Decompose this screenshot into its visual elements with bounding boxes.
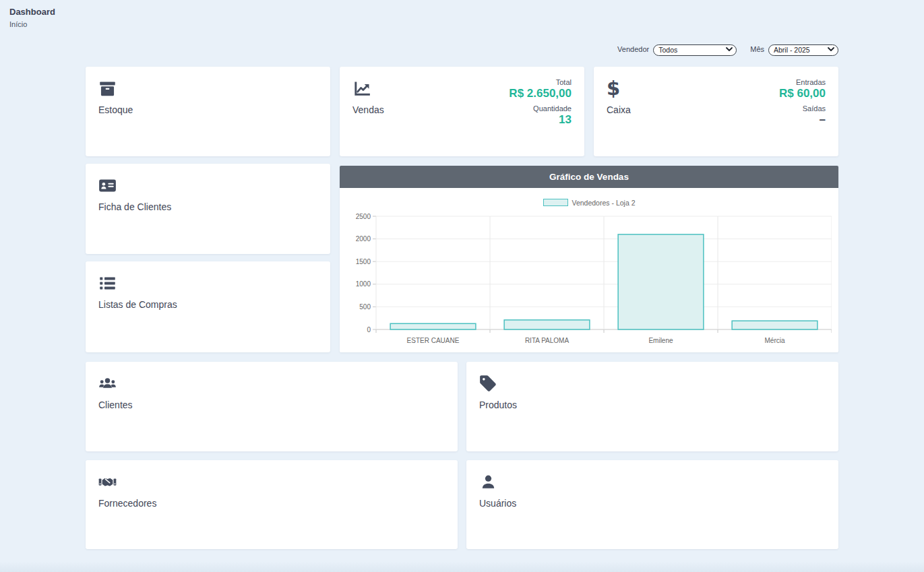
y-axis-label: 2500 bbox=[355, 212, 371, 220]
card-label: Estoque bbox=[98, 104, 317, 115]
saidas-label: Saídas bbox=[779, 104, 826, 113]
box-archive-icon bbox=[98, 80, 317, 98]
quantidade-value: 13 bbox=[509, 113, 572, 127]
x-axis-label: Emilene bbox=[648, 337, 673, 344]
caixa-stats: Entradas R$ 60,00 Saídas – bbox=[779, 77, 826, 130]
mes-label: Mês bbox=[750, 45, 764, 53]
y-axis-label: 1000 bbox=[355, 280, 371, 288]
vendas-stats: Total R$ 2.650,00 Quantidade 13 bbox=[509, 77, 572, 130]
user-icon bbox=[479, 473, 826, 492]
card-label: Ficha de Clientes bbox=[98, 201, 317, 212]
chart-legend[interactable]: Vendedores - Loja 2 bbox=[346, 198, 832, 208]
entradas-value: R$ 60,00 bbox=[779, 87, 826, 100]
chart-body: Vendedores - Loja 2 05001000150020002500… bbox=[340, 188, 838, 352]
y-axis-label: 1500 bbox=[355, 257, 371, 265]
card-caixa[interactable]: $ Caixa Entradas R$ 60,00 Saídas – bbox=[594, 67, 838, 156]
card-usuarios[interactable]: Usuários bbox=[466, 460, 838, 549]
list-icon bbox=[98, 274, 317, 293]
handshake-icon bbox=[98, 473, 445, 492]
main-content: Vendedor Todos Mês Abril - 2025 Estoque bbox=[86, 43, 838, 549]
x-axis-label: ESTER CAUANE bbox=[406, 337, 459, 344]
y-axis-label: 0 bbox=[367, 325, 371, 333]
mes-select[interactable]: Abril - 2025 bbox=[768, 44, 838, 56]
y-axis-label: 500 bbox=[359, 303, 371, 310]
total-label: Total bbox=[509, 77, 572, 87]
chart-bar[interactable] bbox=[732, 321, 818, 329]
bar-chart: 05001000150020002500ESTER CAUANERITA PAL… bbox=[347, 211, 832, 352]
card-ficha-de-clientes[interactable]: Ficha de Clientes bbox=[86, 164, 330, 254]
card-label: Produtos bbox=[479, 400, 826, 410]
entradas-label: Entradas bbox=[779, 77, 826, 87]
chart-bar[interactable] bbox=[618, 234, 704, 329]
top-grid: Estoque Vendas Total R$ 2.650,00 Quantid… bbox=[86, 67, 838, 352]
chart-bar[interactable] bbox=[504, 319, 590, 329]
y-axis-label: 2000 bbox=[355, 235, 371, 243]
card-clientes[interactable]: Clientes bbox=[86, 362, 458, 451]
card-label: Listas de Compras bbox=[98, 299, 317, 310]
users-icon bbox=[98, 375, 445, 393]
card-estoque[interactable]: Estoque bbox=[86, 67, 330, 156]
vendedor-select[interactable]: Todos bbox=[653, 44, 737, 56]
vendedor-label: Vendedor bbox=[617, 45, 649, 53]
vendedor-select-wrap: Todos bbox=[653, 43, 737, 56]
chart-title: Gráfico de Vendas bbox=[340, 166, 838, 188]
card-produtos[interactable]: Produtos bbox=[466, 362, 838, 451]
card-vendas[interactable]: Vendas Total R$ 2.650,00 Quantidade 13 bbox=[340, 67, 584, 156]
total-value: R$ 2.650,00 bbox=[509, 87, 572, 100]
card-label: Clientes bbox=[98, 400, 445, 410]
quantidade-label: Quantidade bbox=[509, 104, 572, 113]
bottom-grid: Clientes Produtos bbox=[86, 362, 838, 549]
card-fornecedores[interactable]: Fornecedores bbox=[86, 460, 458, 549]
saidas-value: – bbox=[779, 113, 826, 127]
page-header: Dashboard Início bbox=[0, 0, 924, 28]
card-label: Fornecedores bbox=[98, 498, 445, 509]
legend-label: Vendedores - Loja 2 bbox=[572, 199, 636, 207]
sales-chart-panel: Gráfico de Vendas Vendedores - Loja 2 05… bbox=[340, 166, 838, 352]
footer-band bbox=[0, 561, 924, 572]
mes-select-wrap: Abril - 2025 bbox=[768, 43, 838, 56]
card-listas-de-compras[interactable]: Listas de Compras bbox=[86, 261, 330, 352]
filters-row: Vendedor Todos Mês Abril - 2025 bbox=[86, 43, 838, 56]
address-card-icon bbox=[98, 177, 317, 195]
card-label: Usuários bbox=[479, 498, 826, 509]
tag-icon bbox=[479, 375, 826, 393]
breadcrumb[interactable]: Início bbox=[9, 20, 915, 28]
page-title: Dashboard bbox=[9, 7, 915, 17]
x-axis-label: Mércia bbox=[764, 337, 784, 344]
chart-bar[interactable] bbox=[390, 323, 476, 329]
legend-swatch bbox=[543, 199, 568, 206]
x-axis-label: RITA PALOMA bbox=[524, 337, 569, 344]
